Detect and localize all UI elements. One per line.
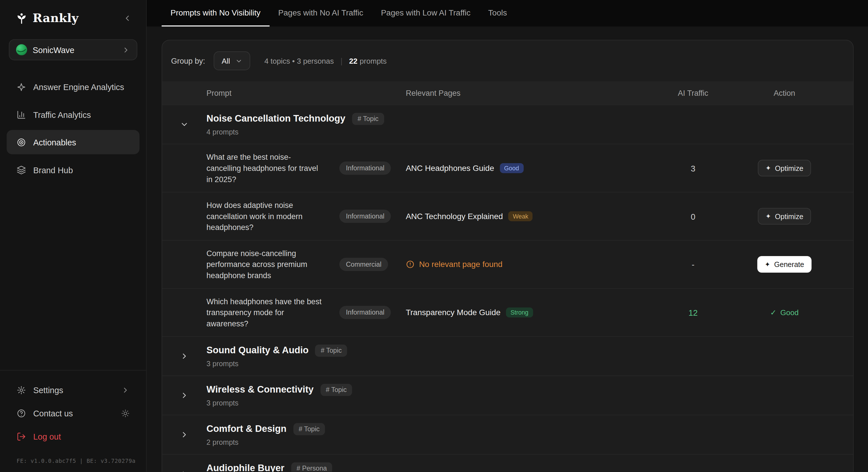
group-prompt-count: 2 prompts — [206, 438, 840, 446]
settings-label: Settings — [33, 385, 63, 395]
ai-traffic-value: 0 — [657, 212, 729, 221]
group-header-noise-cancellation[interactable]: Noise Cancellation Technology # Topic 4 … — [162, 104, 853, 144]
main-area: Prompts with No Visibility Pages with No… — [147, 0, 868, 472]
ai-traffic-value: - — [657, 260, 729, 269]
layers-icon — [17, 165, 26, 175]
sidebar-item-answer-engine-analytics[interactable]: Answer Engine Analytics — [7, 74, 140, 99]
optimize-button[interactable]: ✦Optimize — [758, 208, 811, 225]
group-header-content: Comfort & Design # Topic 2 prompts — [206, 423, 840, 446]
chevron-down-icon — [180, 120, 189, 129]
target-icon — [17, 137, 26, 147]
group-title: Comfort & Design — [206, 424, 286, 435]
panel-toolbar: Group by: All 4 topics • 3 personas | 22… — [162, 40, 853, 81]
sidebar-item-logout[interactable]: Log out — [7, 425, 140, 448]
group-header-wireless-connectivity[interactable]: Wireless & Connectivity # Topic 3 prompt… — [162, 376, 853, 415]
intent-badge: Commercial — [339, 258, 388, 271]
generate-button[interactable]: ✦Generate — [757, 256, 811, 273]
group-header-sound-quality[interactable]: Sound Quality & Audio # Topic 3 prompts — [162, 336, 853, 376]
prompts-panel: Group by: All 4 topics • 3 personas | 22… — [162, 40, 854, 472]
tab-tools[interactable]: Tools — [479, 0, 516, 27]
page-link[interactable]: ANC Headphones Guide — [406, 164, 494, 173]
group-prompt-count: 4 prompts — [206, 128, 840, 136]
table-header: Prompt Relevant Pages AI Traffic Action — [162, 81, 853, 105]
check-icon: ✓ — [770, 308, 776, 317]
sun-icon — [121, 409, 129, 417]
alert-circle-icon — [406, 260, 415, 269]
ai-traffic-value: 12 — [657, 308, 729, 317]
topic-badge: # Topic — [320, 384, 352, 396]
column-header-action: Action — [729, 89, 840, 98]
intent-badge: Informational — [339, 210, 391, 223]
table-row: How does adaptive noise cancellation wor… — [162, 192, 853, 240]
bar-chart-icon — [17, 110, 26, 119]
top-tab-bar: Prompts with No Visibility Pages with No… — [147, 0, 868, 27]
prompt-count-value: 22 — [349, 57, 358, 65]
group-by-dropdown[interactable]: All — [214, 51, 250, 70]
table-row: Which headphones have the best transpare… — [162, 288, 853, 336]
group-header-content: Sound Quality & Audio # Topic 3 prompts — [206, 345, 840, 368]
page-link[interactable]: ANC Technology Explained — [406, 212, 503, 221]
tab-pages-with-low-ai-traffic[interactable]: Pages with Low AI Traffic — [372, 0, 479, 27]
chevron-right-icon — [180, 391, 189, 400]
group-title: Noise Cancellation Technology — [206, 113, 345, 125]
sidebar: Rankly SonicWave Answer En — [0, 0, 147, 472]
theme-toggle-button[interactable] — [121, 409, 129, 417]
sparkle-icon: ✦ — [765, 260, 770, 268]
table-row: What are the best noise-cancelling headp… — [162, 144, 853, 192]
sidebar-item-actionables[interactable]: Actionables — [7, 130, 140, 154]
chevron-right-icon — [121, 386, 129, 394]
no-relevant-page-warning: No relevant page found — [406, 260, 503, 269]
group-prompt-count: 3 prompts — [206, 399, 840, 407]
sidebar-item-contact-us[interactable]: Contact us — [7, 401, 140, 425]
page-status-badge: Good — [500, 163, 524, 173]
page-status-badge: Strong — [506, 307, 533, 317]
group-title: Audiophile Buyer — [206, 463, 284, 472]
sidebar-collapse-button[interactable] — [122, 12, 133, 24]
chevron-right-icon — [180, 469, 189, 472]
sparkle-icon: ✦ — [766, 164, 771, 172]
sidebar-footer: Settings Contact us — [0, 370, 146, 472]
group-header-content: Audiophile Buyer # Persona 3 prompts — [206, 462, 840, 472]
summary-text: 4 topics • 3 personas — [265, 57, 334, 65]
prompt-count: 22prompts — [349, 56, 386, 66]
group-header-audiophile-buyer[interactable]: Audiophile Buyer # Persona 3 prompts — [162, 454, 853, 472]
sidebar-item-settings[interactable]: Settings — [7, 378, 140, 401]
group-header-content: Noise Cancellation Technology # Topic 4 … — [206, 113, 840, 136]
rankly-logo: Rankly — [0, 0, 146, 30]
tab-pages-with-no-ai-traffic[interactable]: Pages with No AI Traffic — [269, 0, 372, 27]
optimize-button[interactable]: ✦Optimize — [758, 160, 811, 176]
help-circle-icon — [17, 408, 26, 418]
contact-us-label: Contact us — [33, 408, 73, 418]
group-header-comfort-design[interactable]: Comfort & Design # Topic 2 prompts — [162, 415, 853, 454]
prompt-text: Which headphones have the best transpare… — [206, 296, 339, 329]
chevron-right-icon — [122, 45, 130, 54]
workspace-selector[interactable]: SonicWave — [9, 39, 137, 60]
topic-badge: # Topic — [352, 113, 384, 125]
sparkle-icon: ✦ — [766, 212, 771, 220]
sparkles-icon — [17, 82, 26, 92]
group-title: Sound Quality & Audio — [206, 345, 309, 356]
version-text: FE: v1.0.0.abc7f5 | BE: v3.720279a — [17, 458, 140, 464]
persona-badge: # Persona — [291, 462, 332, 472]
logout-label: Log out — [33, 432, 61, 441]
sidebar-nav: Answer Engine Analytics Traffic Analytic… — [0, 74, 146, 182]
warning-text: No relevant page found — [419, 260, 503, 269]
sidebar-item-label: Traffic Analytics — [33, 110, 91, 119]
action-label: Optimize — [775, 212, 803, 221]
gear-icon — [17, 385, 26, 395]
sidebar-item-brand-hub[interactable]: Brand Hub — [7, 158, 140, 182]
column-header-ai-traffic: AI Traffic — [657, 89, 729, 98]
sidebar-item-label: Actionables — [33, 137, 76, 147]
page-link[interactable]: Transparency Mode Guide — [406, 308, 501, 317]
intent-badge: Informational — [339, 306, 391, 319]
sidebar-item-traffic-analytics[interactable]: Traffic Analytics — [7, 102, 140, 127]
table-row: Compare noise-cancelling performance acr… — [162, 240, 853, 288]
action-label: Generate — [774, 260, 804, 268]
workspace-name: SonicWave — [33, 45, 74, 55]
sidebar-item-label: Answer Engine Analytics — [33, 82, 124, 92]
good-status: ✓Good — [770, 308, 799, 317]
tab-prompts-with-no-visibility[interactable]: Prompts with No Visibility — [162, 0, 269, 27]
chevron-down-icon — [235, 57, 242, 65]
sidebar-spacer — [0, 182, 146, 370]
chevron-right-icon — [180, 430, 189, 439]
